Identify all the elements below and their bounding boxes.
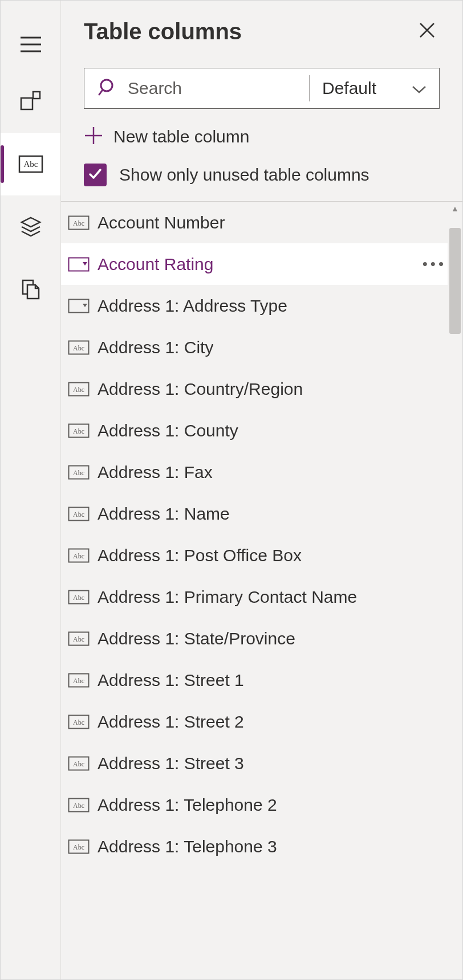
column-list[interactable]: AbcAccount NumberAccount Rating•••Addres… xyxy=(61,202,462,979)
column-item[interactable]: Address 1: Address Type xyxy=(61,285,462,326)
svg-text:Abc: Abc xyxy=(23,160,38,169)
left-rail: Abc xyxy=(1,1,61,979)
column-label: Address 1: Street 2 xyxy=(98,712,244,732)
checkmark-icon xyxy=(88,166,103,183)
svg-text:Abc: Abc xyxy=(73,760,84,768)
svg-text:Abc: Abc xyxy=(73,718,84,726)
svg-text:Abc: Abc xyxy=(73,635,84,643)
column-item[interactable]: AbcAddress 1: Street 2 xyxy=(61,701,462,742)
search-row: Default xyxy=(84,68,440,109)
components-icon xyxy=(19,90,42,113)
new-column-label: New table column xyxy=(113,127,249,146)
text-type-icon: Abc xyxy=(68,548,90,563)
text-type-icon: Abc xyxy=(68,631,90,646)
svg-text:Abc: Abc xyxy=(73,511,84,518)
column-item[interactable]: AbcAddress 1: County xyxy=(61,410,462,451)
svg-text:Abc: Abc xyxy=(73,469,84,477)
svg-text:Abc: Abc xyxy=(73,427,84,435)
column-label: Address 1: Address Type xyxy=(98,296,287,316)
column-label: Address 1: Street 3 xyxy=(98,754,244,773)
svg-rect-4 xyxy=(33,92,40,99)
plus-icon xyxy=(84,126,103,148)
column-item[interactable]: AbcAddress 1: Post Office Box xyxy=(61,534,462,576)
column-item[interactable]: AbcAddress 1: Street 1 xyxy=(61,659,462,701)
text-type-icon: Abc xyxy=(68,215,90,230)
column-label: Address 1: Telephone 3 xyxy=(98,837,277,856)
svg-text:Abc: Abc xyxy=(73,802,84,810)
choice-type-icon xyxy=(68,257,90,272)
close-icon xyxy=(418,31,436,41)
columns-icon: Abc xyxy=(18,155,43,173)
column-label: Address 1: Name xyxy=(98,504,230,524)
column-item[interactable]: AbcAddress 1: City xyxy=(61,326,462,368)
column-item[interactable]: AbcAddress 1: Telephone 2 xyxy=(61,784,462,826)
show-unused-label: Show only unused table columns xyxy=(119,165,369,185)
column-label: Address 1: Telephone 2 xyxy=(98,795,277,815)
column-item[interactable]: AbcAddress 1: Telephone 3 xyxy=(61,826,462,867)
svg-text:Abc: Abc xyxy=(73,344,84,352)
svg-line-11 xyxy=(99,91,102,95)
text-type-icon: Abc xyxy=(68,756,90,771)
choice-type-icon xyxy=(68,299,90,313)
column-label: Account Number xyxy=(98,213,225,232)
filter-dropdown[interactable]: Default xyxy=(309,75,439,101)
rail-item-pages[interactable] xyxy=(1,258,60,321)
search-box[interactable] xyxy=(84,68,309,108)
pages-icon xyxy=(19,278,42,301)
column-label: Address 1: Primary Contact Name xyxy=(98,587,357,607)
svg-marker-19 xyxy=(83,304,87,307)
svg-rect-3 xyxy=(21,98,33,109)
table-columns-panel: Table columns Default xyxy=(61,1,462,979)
column-item[interactable]: AbcAddress 1: Country/Region xyxy=(61,368,462,410)
scroll-thumb[interactable] xyxy=(449,228,461,334)
show-unused-row: Show only unused table columns xyxy=(61,148,462,201)
column-item[interactable]: AbcAddress 1: Street 3 xyxy=(61,742,462,784)
filter-value: Default xyxy=(322,79,376,98)
hamburger-button[interactable] xyxy=(1,19,60,70)
scroll-up-icon: ▲ xyxy=(448,202,462,215)
panel-title: Table columns xyxy=(84,19,242,44)
text-type-icon: Abc xyxy=(68,340,90,355)
rail-item-columns[interactable]: Abc xyxy=(1,133,60,195)
search-input[interactable] xyxy=(128,79,295,98)
text-type-icon: Abc xyxy=(68,465,90,480)
svg-marker-7 xyxy=(22,218,40,227)
column-label: Address 1: Post Office Box xyxy=(98,546,302,565)
svg-point-10 xyxy=(101,80,112,91)
column-item[interactable]: AbcAddress 1: Fax xyxy=(61,451,462,493)
svg-text:Abc: Abc xyxy=(73,594,84,602)
rail-item-components[interactable] xyxy=(1,70,60,133)
column-item[interactable]: AbcAccount Number xyxy=(61,202,462,243)
svg-marker-17 xyxy=(83,262,87,266)
column-item[interactable]: AbcAddress 1: Name xyxy=(61,493,462,534)
new-column-button[interactable]: New table column xyxy=(61,109,462,148)
column-label: Address 1: Fax xyxy=(98,463,213,482)
hamburger-icon xyxy=(19,36,42,53)
column-item[interactable]: Account Rating••• xyxy=(61,243,462,285)
panel-header: Table columns xyxy=(61,1,462,56)
column-label: Address 1: County xyxy=(98,421,238,440)
chevron-down-icon xyxy=(412,79,427,98)
text-type-icon: Abc xyxy=(68,423,90,438)
text-type-icon: Abc xyxy=(68,507,90,521)
text-type-icon: Abc xyxy=(68,839,90,854)
text-type-icon: Abc xyxy=(68,673,90,688)
show-unused-checkbox[interactable] xyxy=(84,164,107,186)
column-label: Address 1: Country/Region xyxy=(98,379,303,399)
app: Abc Table columns xyxy=(1,1,462,979)
text-type-icon: Abc xyxy=(68,798,90,812)
svg-text:Abc: Abc xyxy=(73,219,84,227)
scrollbar[interactable]: ▲ xyxy=(448,202,462,979)
column-label: Address 1: Street 1 xyxy=(98,671,244,690)
layers-icon xyxy=(19,215,42,238)
text-type-icon: Abc xyxy=(68,382,90,397)
svg-text:Abc: Abc xyxy=(73,677,84,685)
column-item[interactable]: AbcAddress 1: Primary Contact Name xyxy=(61,576,462,618)
column-label: Address 1: City xyxy=(98,338,213,357)
text-type-icon: Abc xyxy=(68,714,90,729)
column-item[interactable]: AbcAddress 1: State/Province xyxy=(61,618,462,659)
close-button[interactable] xyxy=(415,18,440,45)
rail-item-layers[interactable] xyxy=(1,195,60,258)
column-label: Account Rating xyxy=(98,255,213,274)
column-label: Address 1: State/Province xyxy=(98,629,295,648)
